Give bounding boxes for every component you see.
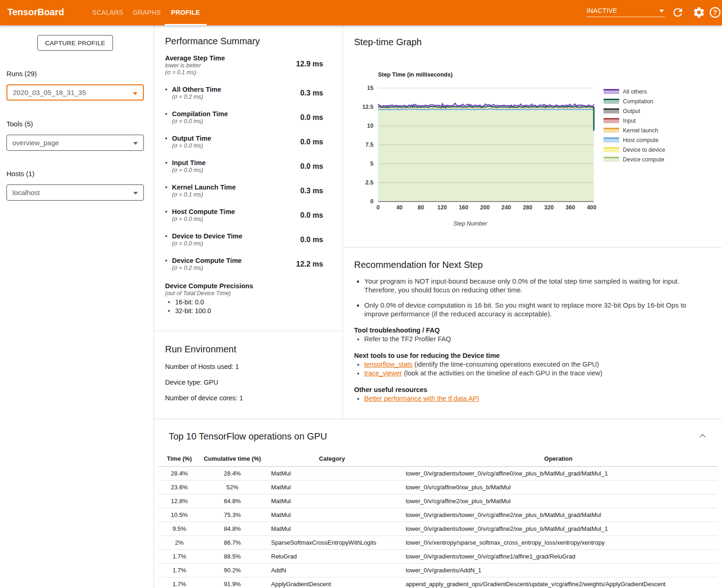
svg-text:360: 360 bbox=[566, 204, 575, 211]
tensorboard-profile-page: { "navbar": { "brand": "TensorBoard", "t… bbox=[0, 0, 722, 588]
legend-swatch-icon bbox=[604, 89, 619, 94]
precisions-note: (out of Total Device Time) bbox=[165, 290, 323, 297]
faq-heading: Tool troubleshooting / FAQ bbox=[354, 327, 708, 334]
step-time-graph-section: Step-time Graph Step Time (in millisecon… bbox=[343, 25, 722, 248]
performance-summary-title: Performance Summary bbox=[165, 36, 323, 47]
metric-row: • All Others Time (σ = 0.2 ms) 0.3 ms bbox=[165, 85, 323, 101]
cell-category: ApplyGradientDescent bbox=[265, 577, 399, 588]
tool-link-description: (identify the time-consuming operations … bbox=[413, 361, 599, 368]
metric-sigma: (σ = 0.2 ms) bbox=[172, 94, 221, 101]
legend-item: Device to device bbox=[604, 145, 665, 154]
bullet-icon: • bbox=[165, 85, 167, 101]
metric-sigma: (σ = 0.0 ms) bbox=[172, 118, 228, 125]
reload-status-select[interactable]: INACTIVE bbox=[586, 5, 665, 17]
metric-sigma: (σ = 0.0 ms) bbox=[172, 143, 211, 149]
cell-operation: tower_0/v/gradients/tower_0/v/cg/affine1… bbox=[399, 550, 717, 564]
svg-text:15: 15 bbox=[367, 85, 373, 91]
legend-label: All others bbox=[623, 89, 647, 95]
help-icon[interactable]: ? bbox=[709, 6, 722, 19]
svg-text:0: 0 bbox=[370, 198, 373, 205]
metric-label: Device to Device Time bbox=[172, 232, 243, 240]
cell-time: 28.4% bbox=[159, 467, 200, 481]
tab-graphs[interactable]: GRAPHS bbox=[133, 0, 161, 25]
reload-status-value: INACTIVE bbox=[586, 7, 617, 14]
tab-profile[interactable]: PROFILE bbox=[171, 0, 200, 25]
metric-label: Kernel Launch Time bbox=[172, 183, 236, 191]
top-navbar: TensorBoard SCALARS GRAPHS PROFILE INACT… bbox=[0, 0, 722, 25]
capture-profile-button[interactable]: CAPTURE PROFILE bbox=[37, 35, 113, 51]
tools-select-value: overview_page bbox=[12, 139, 59, 147]
metric-note: lower is better bbox=[165, 62, 225, 69]
chevron-down-icon bbox=[133, 92, 137, 95]
metric-label: Average Step Time bbox=[165, 54, 225, 62]
cell-cumulative: 86.7% bbox=[200, 536, 265, 550]
tool-link[interactable]: tensorflow_stats bbox=[364, 361, 413, 368]
resource-link[interactable]: Better performance with the tf.data API bbox=[364, 395, 479, 402]
metric-sigma: (σ = 0.0 ms) bbox=[172, 167, 206, 174]
legend-label: Device compute bbox=[623, 156, 664, 163]
cell-category: ReluGrad bbox=[265, 550, 399, 564]
legend-swatch-icon bbox=[604, 108, 619, 113]
cell-time: 1.7% bbox=[159, 577, 200, 588]
right-column: Step-time Graph Step Time (in millisecon… bbox=[343, 25, 722, 419]
recommendation-bullet: Only 0.0% of device computation is 16 bi… bbox=[364, 301, 708, 318]
cell-operation: tower_0/v/gradients/AddN_1 bbox=[399, 564, 717, 577]
metric-row: • Output Time (σ = 0.0 ms) 0.0 ms bbox=[165, 134, 323, 149]
legend-swatch-icon bbox=[604, 137, 619, 143]
legend-item: Input bbox=[604, 116, 665, 125]
step-time-graph-title: Step-time Graph bbox=[354, 37, 422, 48]
legend-swatch-icon bbox=[604, 118, 619, 123]
metric-value: 0.0 ms bbox=[300, 138, 323, 149]
legend-item: Device compute bbox=[604, 154, 665, 164]
cell-operation: tower_0/v/cg/affine2/xw_plus_b/MatMul bbox=[399, 494, 717, 508]
metric-row: • Compilation Time (σ = 0.0 ms) 0.0 ms bbox=[165, 110, 323, 125]
cell-operation: tower_0/v/gradients/tower_0/v/cg/affine2… bbox=[399, 522, 717, 536]
recommendation-title: Recommendation for Next Step bbox=[354, 260, 708, 270]
metric-row: • Input Time (σ = 0.0 ms) 0.0 ms bbox=[165, 159, 323, 174]
svg-text:2.5: 2.5 bbox=[366, 179, 373, 186]
hosts-label: Hosts (1) bbox=[6, 170, 35, 178]
bullet-icon: • bbox=[165, 110, 167, 125]
metric-row: • Host Compute Time (σ = 0.0 ms) 0.0 ms bbox=[165, 208, 323, 223]
tools-select[interactable]: overview_page bbox=[6, 135, 144, 151]
runs-select[interactable]: 2020_03_05_18_31_35 bbox=[6, 84, 144, 101]
legend-label: Output bbox=[623, 108, 640, 114]
tool-link[interactable]: trace_viewer bbox=[364, 369, 402, 377]
metric-row: • Kernel Launch Time (σ = 0.1 ms) 0.3 ms bbox=[165, 183, 323, 198]
chart-title: Step Time (in milliseconds) bbox=[378, 71, 453, 78]
chart-legend: All others Compilation Output bbox=[604, 87, 665, 164]
refresh-icon[interactable] bbox=[671, 6, 684, 19]
legend-item: All others bbox=[604, 87, 665, 96]
settings-gear-icon[interactable] bbox=[692, 6, 705, 19]
chevron-down-icon bbox=[133, 192, 138, 195]
hosts-select[interactable]: localhost bbox=[6, 184, 144, 201]
cell-category: MatMul bbox=[265, 494, 399, 508]
legend-item: Output bbox=[604, 106, 665, 116]
legend-swatch-icon bbox=[604, 99, 619, 104]
table-row: 1.7% 88.5% ReluGrad tower_0/v/gradients/… bbox=[159, 550, 717, 564]
runs-select-value: 2020_03_05_18_31_35 bbox=[13, 89, 86, 96]
svg-text:120: 120 bbox=[438, 204, 447, 211]
svg-text:280: 280 bbox=[523, 204, 533, 211]
next-tools-heading: Next tools to use for reducing the Devic… bbox=[354, 352, 708, 359]
cell-category: SparseSoftmaxCrossEntropyWithLogits bbox=[265, 536, 399, 550]
cell-time: 12.8% bbox=[159, 494, 200, 508]
tool-link-description: (look at the activities on the timeline … bbox=[402, 369, 602, 377]
metric-value: 0.3 ms bbox=[300, 187, 323, 198]
top-ops-title: Top 10 TensorFlow operations on GPU bbox=[169, 431, 327, 442]
metric-label: Output Time bbox=[172, 134, 211, 143]
chart-x-axis-label: Step Number bbox=[362, 220, 578, 227]
tab-scalars[interactable]: SCALARS bbox=[92, 0, 123, 25]
cell-time: 1.7% bbox=[159, 550, 200, 564]
cell-time: 2% bbox=[159, 536, 200, 550]
tool-link-item: trace_viewer (look at the activities on … bbox=[364, 369, 708, 378]
cell-operation: tower_0/v/gradients/tower_0/v/cg/affine0… bbox=[399, 467, 717, 481]
sidebar: CAPTURE PROFILE Runs (29) 2020_03_05_18_… bbox=[0, 25, 154, 588]
performance-summary-section: Performance Summary Average Step Time lo… bbox=[154, 25, 343, 331]
bullet-icon: • bbox=[165, 159, 167, 174]
table-row: 9.5% 84.8% MatMul tower_0/v/gradients/to… bbox=[159, 522, 717, 536]
collapse-chevron-icon[interactable] bbox=[699, 433, 706, 439]
bullet-icon: • bbox=[165, 256, 167, 272]
cell-cumulative: 28.4% bbox=[200, 467, 265, 481]
table-row: 1.7% 91.9% ApplyGradientDescent append_a… bbox=[159, 577, 717, 588]
